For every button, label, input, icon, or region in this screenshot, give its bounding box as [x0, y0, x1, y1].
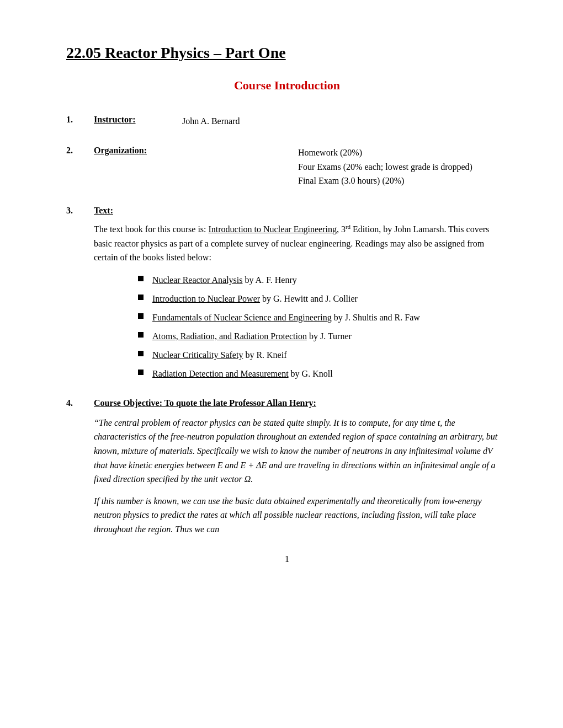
section-1-label: Instructor:	[94, 115, 182, 125]
bullet-icon	[138, 313, 144, 319]
bullet-icon	[138, 276, 144, 281]
org-line-1: Homework (20%)	[298, 146, 472, 160]
bullet-icon	[138, 370, 144, 375]
course-intro-title: Course Introduction	[66, 78, 508, 93]
bullet-icon	[138, 351, 144, 356]
section-4-label: Course Objective: To quote the late Prof…	[94, 398, 316, 408]
org-line-2: Four Exams (20% each; lowest grade is dr…	[298, 160, 472, 174]
section-4-number: 4.	[66, 398, 94, 408]
list-item: Radiation Detection and Measurement by G…	[138, 367, 508, 381]
section-text: 3. Text: The text book for this course i…	[66, 206, 508, 381]
book-2: Introduction to Nuclear Power by G. Hewi…	[152, 292, 358, 306]
section-organization: 2. Organization: Homework (20%) Four Exa…	[66, 146, 508, 188]
quote-2: If this number is known, we can use the …	[94, 494, 508, 537]
section-1-number: 1.	[66, 115, 94, 125]
list-item: Nuclear Criticality Safety by R. Kneif	[138, 349, 508, 362]
book-1: Nuclear Reactor Analysis by A. F. Henry	[152, 274, 297, 287]
section-instructor: 1. Instructor: John A. Bernard	[66, 115, 508, 128]
page-number: 1	[66, 554, 508, 564]
section-2-label: Organization:	[94, 146, 182, 156]
book-6: Radiation Detection and Measurement by G…	[152, 367, 333, 381]
list-item: Introduction to Nuclear Power by G. Hewi…	[138, 292, 508, 306]
book-4: Atoms, Radiation, and Radiation Protecti…	[152, 330, 352, 343]
page: 22.05 Reactor Physics – Part One Course …	[0, 0, 563, 728]
list-item: Nuclear Reactor Analysis by A. F. Henry	[138, 274, 508, 287]
section-3-number: 3.	[66, 206, 94, 216]
book-list: Nuclear Reactor Analysis by A. F. Henry …	[138, 274, 508, 381]
bullet-icon	[138, 332, 144, 338]
page-title: 22.05 Reactor Physics – Part One	[66, 44, 508, 62]
section-2-content: Homework (20%) Four Exams (20% each; low…	[298, 146, 472, 188]
quote-1: “The central problem of reactor physics …	[94, 416, 508, 486]
section-objective: 4. Course Objective: To quote the late P…	[66, 398, 508, 537]
list-item: Fundamentals of Nuclear Science and Engi…	[138, 311, 508, 324]
bullet-icon	[138, 295, 144, 300]
section-3-label: Text:	[94, 206, 182, 216]
book-3: Fundamentals of Nuclear Science and Engi…	[152, 311, 420, 324]
text-paragraph: The text book for this course is: Introd…	[94, 222, 508, 265]
list-item: Atoms, Radiation, and Radiation Protecti…	[138, 330, 508, 343]
section-3-body: The text book for this course is: Introd…	[94, 222, 508, 381]
book-5: Nuclear Criticality Safety by R. Kneif	[152, 349, 287, 362]
section-1-value: John A. Bernard	[182, 115, 240, 128]
org-line-3: Final Exam (3.0 hours) (20%)	[298, 174, 472, 188]
section-2-number: 2.	[66, 146, 94, 156]
